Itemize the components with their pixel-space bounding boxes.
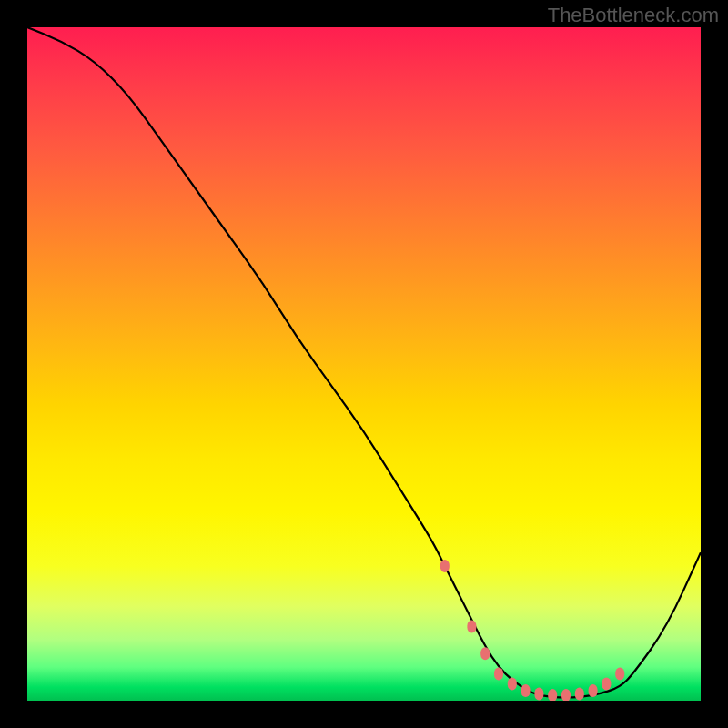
curve-markers xyxy=(440,560,624,701)
curve-marker xyxy=(602,678,611,691)
curve-marker xyxy=(494,667,503,680)
curve-svg xyxy=(27,27,701,701)
plot-area xyxy=(27,27,701,701)
attribution-text: TheBottleneck.com xyxy=(548,4,719,27)
curve-marker xyxy=(480,647,490,660)
curve-marker xyxy=(440,560,450,572)
curve-marker xyxy=(561,689,571,701)
curve-marker xyxy=(589,684,598,697)
bottleneck-curve-line xyxy=(27,27,701,697)
curve-marker xyxy=(548,689,557,701)
curve-marker xyxy=(467,621,476,633)
curve-marker xyxy=(575,688,584,701)
curve-marker xyxy=(521,684,531,697)
curve-marker xyxy=(534,688,543,701)
curve-marker xyxy=(508,678,517,691)
curve-marker xyxy=(615,667,624,680)
